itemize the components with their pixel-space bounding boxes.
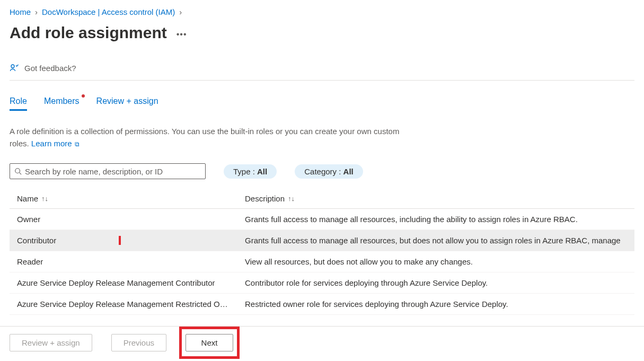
next-button[interactable]: Next xyxy=(186,334,233,351)
learn-more-link[interactable]: Learn more ⧉ xyxy=(31,139,80,148)
table-row[interactable]: ReaderView all resources, but does not a… xyxy=(10,251,634,272)
table-row[interactable]: OwnerGrants full access to manage all re… xyxy=(10,209,634,230)
search-icon xyxy=(14,168,22,175)
role-name-cell: Reader xyxy=(17,257,245,266)
footer-bar: Review + assign Previous Next xyxy=(0,326,644,361)
role-description-cell: View all resources, but does not allow y… xyxy=(245,257,634,266)
attention-dot-icon xyxy=(82,94,85,98)
role-description-cell: Restricted owner role for services deplo… xyxy=(245,300,634,309)
search-input[interactable] xyxy=(25,167,201,176)
column-header-name-label: Name xyxy=(17,194,38,203)
role-name-cell: Azure Service Deploy Release Management … xyxy=(17,278,245,287)
svg-point-1 xyxy=(15,169,20,173)
sort-icon: ↑↓ xyxy=(41,195,48,202)
tab-bar: Role Members Review + assign xyxy=(10,96,634,111)
chevron-right-icon: › xyxy=(35,7,38,16)
column-header-name[interactable]: Name ↑↓ xyxy=(17,194,245,203)
svg-point-0 xyxy=(11,65,14,68)
feedback-icon xyxy=(10,63,19,73)
review-assign-button[interactable]: Review + assign xyxy=(10,334,92,351)
tab-members[interactable]: Members xyxy=(44,96,80,111)
breadcrumb: Home › DocWorkspace | Access control (IA… xyxy=(10,7,634,16)
filter-type-value: All xyxy=(257,167,267,176)
feedback-label: Got feedback? xyxy=(24,64,76,73)
svg-line-2 xyxy=(20,173,22,175)
role-description-text: A role definition is a collection of per… xyxy=(10,126,412,149)
page-title: Add role assignment xyxy=(10,24,167,42)
highlight-box xyxy=(17,236,121,245)
breadcrumb-workspace[interactable]: DocWorkspace | Access control (IAM) xyxy=(42,7,175,16)
column-header-description-label: Description xyxy=(245,194,285,203)
role-name-cell: Owner xyxy=(17,215,245,224)
column-header-description[interactable]: Description ↑↓ xyxy=(245,194,634,203)
tab-role[interactable]: Role xyxy=(10,96,27,111)
filter-type-label: Type : xyxy=(233,167,257,176)
role-description-cell: Grants full access to manage all resourc… xyxy=(245,236,634,245)
role-name-cell: Contributor xyxy=(17,236,245,245)
filter-category-value: All xyxy=(343,167,354,176)
table-row[interactable]: ContributorGrants full access to manage … xyxy=(10,230,634,251)
role-description-cell: Grants full access to manage all resourc… xyxy=(245,215,634,224)
role-name-cell: Azure Service Deploy Release Management … xyxy=(17,300,245,309)
external-link-icon: ⧉ xyxy=(73,140,80,148)
filter-category-pill[interactable]: Category : All xyxy=(295,164,363,179)
table-row[interactable]: Azure Service Deploy Release Management … xyxy=(10,272,634,294)
feedback-link[interactable]: Got feedback? xyxy=(10,63,634,81)
role-description-cell: Contributor role for services deploying … xyxy=(245,278,634,287)
table-row[interactable]: Azure Service Deploy Release Management … xyxy=(10,294,634,315)
filter-category-label: Category : xyxy=(304,167,343,176)
roles-table: Name ↑↓ Description ↑↓ OwnerGrants full … xyxy=(10,190,634,315)
previous-button[interactable]: Previous xyxy=(111,334,166,351)
filter-type-pill[interactable]: Type : All xyxy=(224,164,277,179)
sort-icon: ↑↓ xyxy=(288,195,295,202)
breadcrumb-home[interactable]: Home xyxy=(10,7,31,16)
chevron-right-icon: › xyxy=(179,7,182,16)
more-actions-icon[interactable]: ••• xyxy=(177,27,187,39)
role-search-box[interactable] xyxy=(10,163,206,179)
tab-review-assign[interactable]: Review + assign xyxy=(96,96,158,111)
tab-members-label: Members xyxy=(44,96,80,105)
